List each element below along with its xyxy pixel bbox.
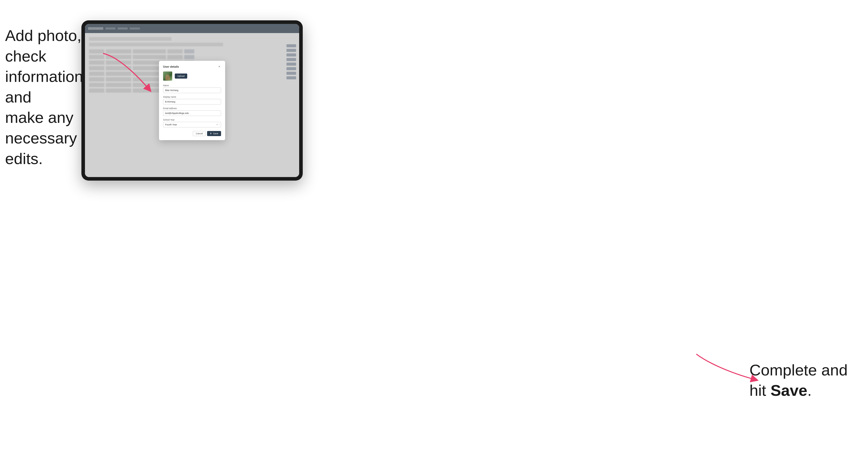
upload-button[interactable]: Upload	[175, 73, 187, 79]
school-year-field-group: School Year × ⌃	[163, 119, 221, 127]
email-field-group: Email address	[163, 107, 221, 116]
photo-section: Upload	[163, 71, 221, 81]
modal-footer: Cancel ⬆ Save	[163, 131, 221, 136]
display-name-label: Display name	[163, 96, 221, 98]
modal-header: User details ×	[163, 65, 221, 68]
close-icon[interactable]: ×	[218, 65, 221, 68]
chevron-down-icon[interactable]: ⌃	[219, 124, 220, 126]
select-controls: × ⌃	[216, 124, 220, 126]
name-field-group: Name	[163, 84, 221, 93]
school-year-input[interactable]	[163, 122, 221, 127]
name-input[interactable]	[163, 88, 221, 93]
save-icon: ⬆	[210, 132, 212, 135]
modal-title: User details	[163, 65, 179, 68]
email-label: Email address	[163, 107, 221, 110]
email-input[interactable]	[163, 111, 221, 116]
school-year-select-wrapper: × ⌃	[163, 122, 221, 127]
user-photo-thumbnail	[163, 71, 172, 81]
display-name-input[interactable]	[163, 99, 221, 104]
school-year-label: School Year	[163, 119, 221, 121]
annotation-right: Complete and hit Save.	[749, 360, 848, 401]
name-label: Name	[163, 84, 221, 87]
cancel-button[interactable]: Cancel	[193, 131, 206, 136]
user-details-modal: User details × Upload Name Display name	[159, 61, 225, 140]
select-clear-icon[interactable]: ×	[216, 124, 218, 126]
arrow-left	[100, 51, 151, 103]
save-button[interactable]: ⬆ Save	[207, 131, 221, 136]
display-name-field-group: Display name	[163, 96, 221, 104]
save-button-label: Save	[213, 132, 218, 135]
arrow-right	[681, 346, 757, 398]
